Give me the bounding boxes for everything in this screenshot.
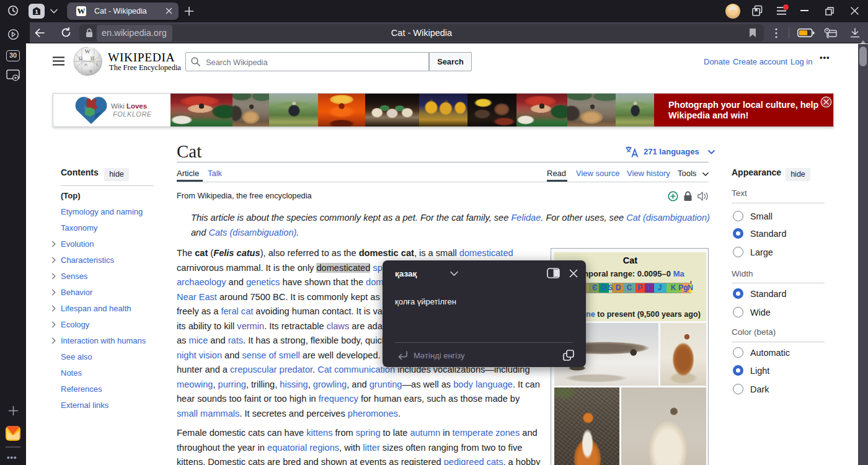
svg-text:Ω: Ω: [79, 56, 82, 61]
svg-text:1: 1: [35, 9, 38, 15]
svg-text:ч: ч: [89, 68, 92, 74]
svg-text:ת: ת: [84, 62, 87, 68]
svg-text:W: W: [85, 48, 91, 55]
svg-text:И: И: [91, 56, 94, 61]
